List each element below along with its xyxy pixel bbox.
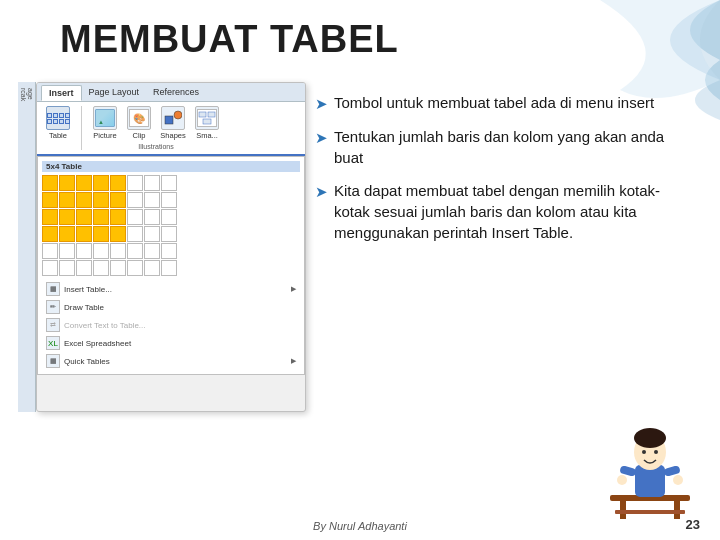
grid-cell[interactable] bbox=[161, 226, 177, 242]
svg-rect-8 bbox=[615, 510, 685, 514]
arrow-icon: ▶ bbox=[291, 357, 296, 365]
grid-cell[interactable] bbox=[161, 175, 177, 191]
grid-cell[interactable] bbox=[110, 209, 126, 225]
picture-label: Picture bbox=[93, 131, 116, 140]
menu-item-convert-text: ⇄ Convert Text to Table... bbox=[42, 316, 300, 334]
menu-item-quick-tables[interactable]: ▦ Quick Tables ▶ bbox=[42, 352, 300, 370]
clip-art-button[interactable]: 🎨 Clip bbox=[124, 106, 154, 140]
grid-cell[interactable] bbox=[76, 175, 92, 191]
table-button-label: Table bbox=[49, 131, 67, 140]
clip-icon-visual: 🎨 bbox=[129, 109, 149, 127]
grid-cell[interactable] bbox=[42, 260, 58, 276]
clip-art-icon: 🎨 bbox=[127, 106, 151, 130]
bullet-text-3: Kita dapat membuat tabel dengan memilih … bbox=[334, 180, 670, 243]
draw-table-icon: ✏ bbox=[46, 300, 60, 314]
grid-cell[interactable] bbox=[76, 243, 92, 259]
grid-cell[interactable] bbox=[76, 209, 92, 225]
grid-cell[interactable] bbox=[127, 192, 143, 208]
grid-cell[interactable] bbox=[127, 226, 143, 242]
table-grid-cell bbox=[65, 119, 70, 124]
table-grid-cell bbox=[59, 113, 64, 118]
grid-cell[interactable] bbox=[93, 175, 109, 191]
svg-rect-0 bbox=[165, 116, 173, 124]
sma-svg bbox=[198, 110, 216, 126]
grid-cell[interactable] bbox=[42, 192, 58, 208]
grid-cell[interactable] bbox=[93, 209, 109, 225]
grid-cell[interactable] bbox=[76, 260, 92, 276]
insert-table-icon: ▦ bbox=[46, 282, 60, 296]
character-illustration bbox=[600, 410, 700, 510]
menu-item-excel[interactable]: XL Excel Spreadsheet bbox=[42, 334, 300, 352]
grid-cell[interactable] bbox=[144, 226, 160, 242]
svg-point-13 bbox=[654, 450, 658, 454]
grid-cell[interactable] bbox=[127, 209, 143, 225]
grid-cell[interactable] bbox=[161, 192, 177, 208]
page-container: MEMBUAT TABEL agercak Insert Page Layout… bbox=[0, 0, 720, 540]
sma-button[interactable]: Sma... bbox=[192, 106, 222, 140]
menu-item-label: Excel Spreadsheet bbox=[64, 339, 131, 348]
grid-cell[interactable] bbox=[144, 243, 160, 259]
grid-cell[interactable] bbox=[59, 226, 75, 242]
menu-item-draw-table[interactable]: ✏ Draw Table bbox=[42, 298, 300, 316]
ribbon-group-table: Table bbox=[43, 106, 82, 150]
grid-cell[interactable] bbox=[59, 209, 75, 225]
tab-references[interactable]: References bbox=[146, 85, 206, 101]
grid-cell[interactable] bbox=[42, 175, 58, 191]
grid-cell[interactable] bbox=[93, 260, 109, 276]
ribbon-tabs: Insert Page Layout References bbox=[37, 83, 305, 102]
table-icon-box bbox=[46, 106, 70, 130]
ribbon-content: Table Picture 🎨 bbox=[37, 102, 305, 156]
left-sidebar-strip: agercak bbox=[18, 82, 36, 412]
grid-cell[interactable] bbox=[110, 226, 126, 242]
grid-cell[interactable] bbox=[93, 243, 109, 259]
grid-cell[interactable] bbox=[127, 260, 143, 276]
menu-items: ▦ Insert Table... ▶ ✏ Draw Table ⇄ Conve… bbox=[42, 280, 300, 370]
grid-cell[interactable] bbox=[144, 175, 160, 191]
dropdown-label: 5x4 Table bbox=[42, 161, 300, 172]
grid-cell[interactable] bbox=[93, 226, 109, 242]
tab-insert[interactable]: Insert bbox=[41, 85, 82, 101]
table-grid-cell bbox=[53, 119, 58, 124]
grid-cell[interactable] bbox=[59, 243, 75, 259]
grid-cell[interactable] bbox=[110, 175, 126, 191]
table-grid-selector[interactable] bbox=[42, 175, 300, 276]
grid-cell[interactable] bbox=[161, 260, 177, 276]
grid-cell[interactable] bbox=[93, 192, 109, 208]
grid-cell[interactable] bbox=[42, 226, 58, 242]
grid-cell[interactable] bbox=[59, 260, 75, 276]
picture-button[interactable]: Picture bbox=[90, 106, 120, 140]
menu-item-label: Insert Table... bbox=[64, 285, 112, 294]
sma-label: Sma... bbox=[196, 131, 218, 140]
bullet-arrow-3: ➤ bbox=[315, 181, 328, 202]
svg-point-11 bbox=[634, 428, 666, 448]
grid-cell[interactable] bbox=[59, 175, 75, 191]
svg-point-1 bbox=[174, 111, 182, 119]
page-number: 23 bbox=[686, 517, 700, 532]
grid-cell[interactable] bbox=[76, 226, 92, 242]
table-button[interactable]: Table bbox=[43, 106, 73, 140]
grid-cell[interactable] bbox=[127, 175, 143, 191]
grid-cell[interactable] bbox=[144, 209, 160, 225]
shapes-button[interactable]: Shapes bbox=[158, 106, 188, 140]
grid-cell[interactable] bbox=[110, 243, 126, 259]
tab-page-layout[interactable]: Page Layout bbox=[82, 85, 147, 101]
svg-point-16 bbox=[617, 475, 627, 485]
grid-cell[interactable] bbox=[144, 192, 160, 208]
grid-cell[interactable] bbox=[127, 243, 143, 259]
ribbon-group-items-illustrations: Picture 🎨 Clip bbox=[90, 106, 222, 140]
grid-cell[interactable] bbox=[110, 260, 126, 276]
grid-cell[interactable] bbox=[42, 209, 58, 225]
grid-cell[interactable] bbox=[42, 243, 58, 259]
svg-rect-2 bbox=[199, 112, 206, 117]
grid-cell[interactable] bbox=[59, 192, 75, 208]
menu-item-label: Quick Tables bbox=[64, 357, 110, 366]
grid-cell[interactable] bbox=[144, 260, 160, 276]
picture-icon-visual bbox=[95, 109, 115, 127]
grid-cell[interactable] bbox=[161, 209, 177, 225]
grid-cell[interactable] bbox=[161, 243, 177, 259]
grid-cell[interactable] bbox=[76, 192, 92, 208]
menu-item-insert-table[interactable]: ▦ Insert Table... ▶ bbox=[42, 280, 300, 298]
grid-cell[interactable] bbox=[110, 192, 126, 208]
ribbon-group-items-table: Table bbox=[43, 106, 73, 140]
sidebar-label: agercak bbox=[20, 88, 34, 101]
